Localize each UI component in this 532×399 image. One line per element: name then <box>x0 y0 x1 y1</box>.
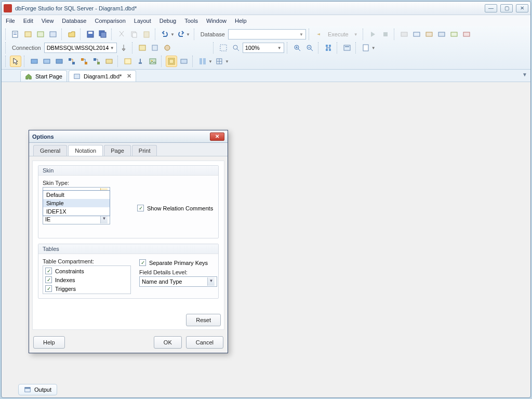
tb-icon[interactable] <box>22 29 34 40</box>
tab-diagram[interactable]: Diagram1.dbd* ✕ <box>69 70 136 82</box>
help-button[interactable]: Help <box>33 336 65 349</box>
menu-tools[interactable]: Tools <box>183 17 199 25</box>
zoom-in-icon[interactable] <box>291 42 303 54</box>
tb-icon[interactable] <box>137 42 148 54</box>
dialog-title: Options <box>32 134 54 140</box>
tb-icon[interactable] <box>398 29 410 40</box>
svg-rect-49 <box>181 59 187 63</box>
tab-print[interactable]: Print <box>132 145 157 156</box>
skin-option-idef1x[interactable]: IDEF1X <box>43 207 110 216</box>
close-tab-icon[interactable]: ✕ <box>127 73 131 79</box>
tb-icon[interactable] <box>323 42 334 54</box>
tb-icon[interactable] <box>162 42 173 54</box>
menu-view[interactable]: View <box>41 17 55 25</box>
show-relation-checkbox[interactable]: ✓ <box>137 205 144 211</box>
menu-edit[interactable]: Edit <box>22 17 34 25</box>
comp-indexes-checkbox[interactable]: ✓ <box>45 276 52 283</box>
diagram-tool[interactable] <box>197 56 208 67</box>
separate-pk-label: Separate Primary Keys <box>149 260 208 266</box>
app-icon <box>4 4 12 12</box>
note-tool[interactable] <box>122 56 134 67</box>
tb-icon[interactable] <box>47 29 59 40</box>
copy-button[interactable] <box>128 29 140 40</box>
fit-icon[interactable] <box>218 42 229 54</box>
minimize-button[interactable]: — <box>485 4 497 12</box>
tb-icon[interactable] <box>367 29 379 40</box>
database-combo[interactable]: ▼ <box>228 29 306 39</box>
skin-option-default[interactable]: Default <box>43 191 110 199</box>
stamp-tool[interactable] <box>135 56 146 67</box>
tab-notation[interactable]: Notation <box>68 145 103 156</box>
paste-button[interactable] <box>141 29 152 40</box>
tb-icon[interactable] <box>436 29 447 40</box>
zoom-out-icon[interactable] <box>304 42 315 54</box>
field-details-combo[interactable]: Name and Type▼ <box>139 276 217 287</box>
tab-page[interactable]: Page <box>104 145 131 156</box>
menu-database[interactable]: Database <box>61 17 87 25</box>
container-tool[interactable] <box>166 56 177 67</box>
execute-button[interactable]: Execute <box>328 31 349 37</box>
separate-pk-checkbox[interactable]: ✓ <box>139 259 146 266</box>
comp-triggers-checkbox[interactable]: ✓ <box>45 285 52 292</box>
save-all-button[interactable] <box>97 29 109 40</box>
tb-icon[interactable] <box>380 29 391 40</box>
diagram-tool[interactable] <box>41 56 52 67</box>
menu-comparison[interactable]: Comparison <box>94 17 126 25</box>
diagram-tool[interactable] <box>54 56 65 67</box>
dialog-close-button[interactable]: ✕ <box>210 132 224 141</box>
skin-group-header: Skin <box>38 166 218 176</box>
pointer-tool[interactable] <box>10 56 21 67</box>
tb-icon[interactable] <box>461 29 472 40</box>
tb-icon[interactable] <box>35 29 46 40</box>
dialog-titlebar[interactable]: Options ✕ <box>29 130 228 143</box>
svg-rect-3 <box>25 32 31 37</box>
connection-combo[interactable]: DBMSSQL\MSSQL2014▼ <box>44 43 117 53</box>
tb-icon[interactable] <box>149 42 161 54</box>
tab-start-page[interactable]: Start Page <box>20 70 67 82</box>
diagram-tool[interactable] <box>78 56 90 67</box>
undo-button[interactable] <box>159 29 171 40</box>
tab-general[interactable]: General <box>33 145 67 156</box>
menu-debug[interactable]: Debug <box>158 17 177 25</box>
menu-help[interactable]: Help <box>234 17 248 25</box>
diagram-tool[interactable] <box>103 56 115 67</box>
image-tool[interactable] <box>147 56 158 67</box>
svg-rect-7 <box>88 32 92 34</box>
diagram-tool[interactable] <box>178 56 190 67</box>
tb-icon[interactable] <box>423 29 435 40</box>
tabs-overflow[interactable]: ▼ <box>522 72 527 77</box>
skin-option-simple[interactable]: Simple <box>43 199 110 207</box>
tb-icon[interactable] <box>341 42 353 54</box>
save-button[interactable] <box>85 29 96 40</box>
tb-icon[interactable] <box>411 29 422 40</box>
connection-label: Connection <box>12 45 41 51</box>
reset-button[interactable]: Reset <box>186 314 221 326</box>
svg-rect-36 <box>56 59 62 63</box>
diagram-tool[interactable] <box>66 56 77 67</box>
zoom-icon[interactable] <box>230 42 242 54</box>
svg-rect-17 <box>438 32 445 36</box>
new-sql-button[interactable] <box>10 29 21 40</box>
cancel-button[interactable]: Cancel <box>186 336 223 349</box>
tb-icon[interactable] <box>448 29 460 40</box>
svg-rect-12 <box>144 32 149 37</box>
diagram-tool[interactable] <box>91 56 102 67</box>
execute-icon[interactable] <box>313 29 325 40</box>
cut-button[interactable] <box>116 29 127 40</box>
svg-rect-43 <box>106 59 112 63</box>
close-button[interactable]: ✕ <box>516 4 528 12</box>
comp-constraints-checkbox[interactable]: ✓ <box>45 268 52 274</box>
pin-icon[interactable] <box>118 42 129 54</box>
tb-icon[interactable] <box>360 42 371 54</box>
maximize-button[interactable]: ▢ <box>500 4 513 12</box>
redo-button[interactable] <box>175 29 187 40</box>
zoom-combo[interactable]: 100%▼ <box>243 43 284 53</box>
menu-layout[interactable]: Layout <box>133 17 152 25</box>
open-button[interactable] <box>66 29 77 40</box>
menu-window[interactable]: Window <box>205 17 228 25</box>
output-tab[interactable]: Output <box>18 384 57 395</box>
diagram-tool[interactable] <box>214 56 225 67</box>
diagram-tool[interactable] <box>29 56 40 67</box>
menu-file[interactable]: File <box>5 17 16 25</box>
ok-button[interactable]: OK <box>154 336 182 349</box>
